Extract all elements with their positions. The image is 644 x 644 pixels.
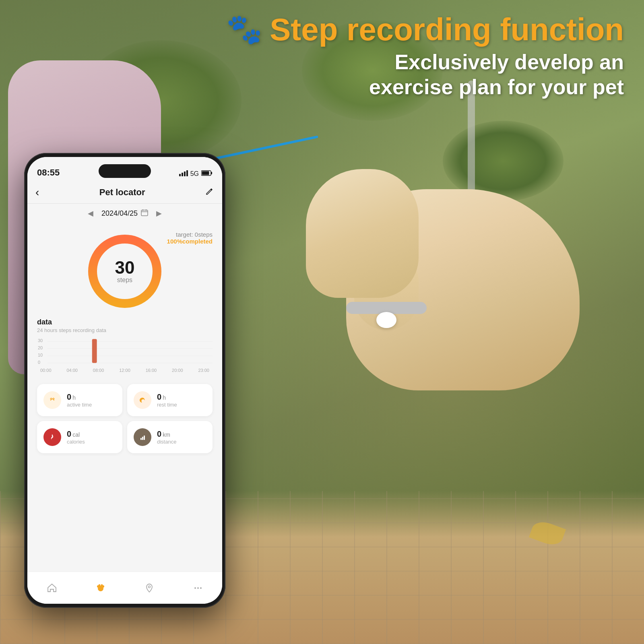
svg-point-32 (101, 584, 103, 586)
subheadline: Exclusively develop an exercise plan for… (226, 50, 624, 100)
svg-rect-0 (179, 174, 181, 176)
active-time-label: active time (67, 402, 92, 408)
more-icon (193, 583, 203, 593)
bottom-nav-locate[interactable] (144, 583, 155, 593)
target-label-area: target: 0steps 100%completed (167, 231, 213, 245)
distance-info: 0km distance (157, 429, 176, 445)
calories-icon (47, 432, 57, 442)
svg-rect-21 (92, 339, 97, 363)
data-title: data (37, 318, 213, 326)
dog-tracker-tag (376, 312, 396, 328)
svg-rect-3 (186, 170, 188, 176)
home-icon (47, 583, 57, 593)
steps-unit: steps (115, 277, 135, 284)
svg-rect-27 (144, 436, 145, 440)
subheadline-line1: Exclusively develop an (395, 50, 624, 74)
svg-text:10: 10 (38, 353, 43, 357)
x-label-5: 20:00 (172, 368, 183, 373)
stats-grid: 0h active time 0h (27, 381, 222, 456)
chart-svg: 30 20 10 0 (37, 337, 213, 365)
date-display: 2024/04/25 (101, 209, 148, 218)
target-text: target: 0steps (167, 231, 213, 238)
active-time-value: 0h (67, 392, 92, 402)
date-navigation: ◀ 2024/04/25 ▶ (27, 204, 222, 223)
calories-label: calories (67, 439, 85, 445)
svg-rect-2 (184, 171, 186, 176)
rest-time-card: 0h rest time (127, 384, 213, 416)
svg-rect-1 (182, 173, 183, 176)
phone-screen: 08:55 5G (27, 157, 222, 604)
bottom-navigation (27, 572, 222, 604)
distance-icon (138, 432, 147, 442)
app-nav-bar: ‹ Pet locator (27, 181, 222, 204)
svg-rect-26 (142, 437, 143, 440)
svg-rect-7 (141, 210, 148, 216)
svg-rect-6 (202, 171, 209, 175)
x-label-6: 23:00 (198, 368, 209, 373)
subheadline-line2: exercise plan for your pet (369, 75, 624, 99)
dog-head (306, 169, 419, 298)
svg-text:20: 20 (38, 345, 43, 350)
calories-value: 0cal (67, 429, 85, 439)
data-section: data 24 hours steps recording data 30 20… (27, 312, 222, 381)
app-nav-title: Pet locator (99, 187, 145, 198)
battery-icon (201, 170, 213, 178)
rest-time-icon (138, 395, 147, 405)
edit-button[interactable] (205, 187, 214, 198)
svg-point-36 (200, 587, 202, 589)
paw-nav-icon (95, 583, 106, 593)
distance-label: distance (157, 439, 176, 445)
x-label-0: 00:00 (40, 368, 52, 373)
headline-title: Step recording function (270, 14, 624, 45)
distance-card: 0km distance (127, 421, 213, 453)
dog-figure (306, 169, 620, 572)
data-subtitle: 24 hours steps recording data (37, 327, 213, 333)
steps-value: 30 (115, 259, 135, 277)
paw-icon: 🐾 (226, 12, 262, 46)
bottom-nav-more[interactable] (193, 583, 203, 593)
steps-section: target: 0steps 100%completed (27, 223, 222, 312)
distance-value: 0km (157, 429, 176, 439)
rest-time-value: 0h (157, 392, 177, 402)
steps-donut-chart: 30 steps (85, 231, 165, 312)
app-content: target: 0steps 100%completed (27, 223, 222, 572)
svg-text:0: 0 (38, 360, 40, 365)
distance-icon-circle (134, 428, 151, 446)
svg-point-31 (98, 584, 100, 586)
top-headline-section: 🐾 Step recording function Exclusively de… (226, 12, 624, 100)
date-prev-button[interactable]: ◀ (88, 209, 93, 218)
bottom-nav-pet[interactable] (95, 583, 106, 593)
headline-row: 🐾 Step recording function (226, 12, 624, 46)
calendar-icon[interactable] (141, 209, 148, 218)
rest-time-info: 0h rest time (157, 392, 177, 408)
svg-text:30: 30 (38, 338, 43, 343)
bar-chart: 30 20 10 0 00:00 04:00 (37, 337, 213, 374)
status-right: 5G (179, 170, 213, 178)
rest-time-icon-circle (134, 391, 151, 409)
bottom-nav-home[interactable] (47, 583, 57, 593)
completed-text: 100%completed (167, 238, 213, 245)
svg-point-33 (148, 586, 150, 588)
date-value: 2024/04/25 (101, 209, 138, 218)
x-label-2: 08:00 (93, 368, 104, 373)
active-time-icon (47, 395, 57, 405)
svg-point-34 (194, 587, 196, 589)
back-button[interactable]: ‹ (35, 186, 39, 199)
locate-icon (144, 583, 155, 593)
x-label-3: 12:00 (119, 368, 130, 373)
date-next-button[interactable]: ▶ (156, 209, 162, 218)
x-label-4: 16:00 (146, 368, 157, 373)
calories-icon-circle (43, 428, 61, 446)
svg-point-35 (197, 587, 199, 589)
active-time-info: 0h active time (67, 392, 92, 408)
status-time: 08:55 (37, 167, 60, 178)
rest-time-label: rest time (157, 402, 177, 408)
signal-bars (179, 170, 188, 178)
calories-card: 0cal calories (37, 421, 122, 453)
svg-rect-25 (140, 438, 142, 440)
network-type: 5G (190, 170, 199, 178)
dynamic-island (99, 164, 151, 178)
x-label-1: 04:00 (66, 368, 78, 373)
calories-info: 0cal calories (67, 429, 85, 445)
phone-mockup: 08:55 5G (24, 153, 225, 608)
